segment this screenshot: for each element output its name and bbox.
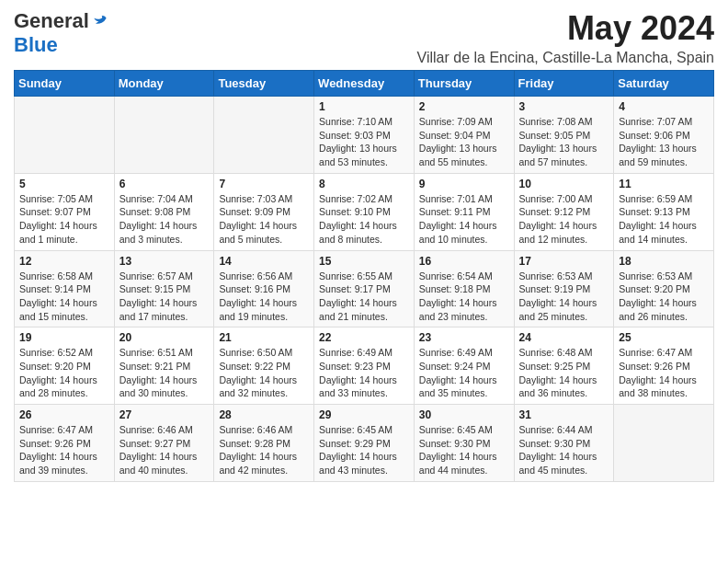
day-cell: [614, 405, 714, 482]
day-number: 10: [519, 178, 609, 190]
day-number: 27: [119, 408, 210, 421]
day-info: Sunrise: 7:10 AM Sunset: 9:03 PM Dayligh…: [319, 115, 409, 169]
day-info: Sunrise: 6:45 AM Sunset: 9:29 PM Dayligh…: [319, 423, 409, 477]
subtitle: Villar de la Encina, Castille-La Mancha,…: [417, 50, 714, 66]
day-number: 25: [619, 331, 709, 344]
day-info: Sunrise: 6:50 AM Sunset: 9:22 PM Dayligh…: [219, 346, 309, 400]
day-cell: 13Sunrise: 6:57 AM Sunset: 9:15 PM Dayli…: [114, 250, 214, 327]
day-info: Sunrise: 6:47 AM Sunset: 9:26 PM Dayligh…: [19, 423, 109, 477]
day-cell: 21Sunrise: 6:50 AM Sunset: 9:22 PM Dayli…: [214, 327, 314, 405]
week-row-1: 1Sunrise: 7:10 AM Sunset: 9:03 PM Daylig…: [15, 97, 714, 174]
day-info: Sunrise: 7:08 AM Sunset: 9:05 PM Dayligh…: [519, 115, 609, 169]
weekday-header-tuesday: Tuesday: [214, 71, 314, 97]
day-number: 4: [619, 100, 709, 113]
weekday-header-saturday: Saturday: [614, 71, 714, 97]
day-cell: 26Sunrise: 6:47 AM Sunset: 9:26 PM Dayli…: [15, 405, 115, 482]
day-info: Sunrise: 6:56 AM Sunset: 9:16 PM Dayligh…: [219, 270, 309, 324]
day-info: Sunrise: 7:09 AM Sunset: 9:04 PM Dayligh…: [419, 115, 509, 169]
day-cell: 15Sunrise: 6:55 AM Sunset: 9:17 PM Dayli…: [314, 250, 415, 327]
day-cell: 12Sunrise: 6:58 AM Sunset: 9:14 PM Dayli…: [15, 250, 115, 327]
day-number: 11: [619, 178, 709, 190]
day-number: 19: [19, 331, 109, 344]
day-cell: 20Sunrise: 6:51 AM Sunset: 9:21 PM Dayli…: [114, 327, 214, 405]
day-number: 12: [19, 255, 109, 268]
weekday-header-row: SundayMondayTuesdayWednesdayThursdayFrid…: [15, 71, 714, 97]
day-cell: 2Sunrise: 7:09 AM Sunset: 9:04 PM Daylig…: [414, 97, 514, 174]
day-cell: 8Sunrise: 7:02 AM Sunset: 9:10 PM Daylig…: [314, 173, 415, 250]
day-number: 9: [419, 178, 509, 190]
day-cell: 27Sunrise: 6:46 AM Sunset: 9:27 PM Dayli…: [114, 405, 214, 482]
weekday-header-monday: Monday: [114, 71, 214, 97]
day-number: 23: [419, 331, 509, 344]
day-number: 16: [419, 255, 509, 268]
day-cell: [214, 97, 314, 174]
logo-general-text: General: [14, 9, 89, 33]
day-number: 18: [619, 255, 709, 268]
day-info: Sunrise: 6:48 AM Sunset: 9:25 PM Dayligh…: [519, 346, 609, 400]
day-info: Sunrise: 7:01 AM Sunset: 9:11 PM Dayligh…: [419, 192, 509, 247]
weekday-header-wednesday: Wednesday: [314, 71, 415, 97]
day-cell: 1Sunrise: 7:10 AM Sunset: 9:03 PM Daylig…: [314, 97, 415, 174]
day-info: Sunrise: 6:57 AM Sunset: 9:15 PM Dayligh…: [119, 270, 210, 324]
day-number: 7: [219, 178, 309, 190]
day-info: Sunrise: 6:58 AM Sunset: 9:14 PM Dayligh…: [19, 270, 109, 324]
weekday-header-friday: Friday: [514, 71, 614, 97]
day-cell: 4Sunrise: 7:07 AM Sunset: 9:06 PM Daylig…: [614, 97, 714, 174]
logo: General Blue: [14, 9, 109, 57]
day-cell: 5Sunrise: 7:05 AM Sunset: 9:07 PM Daylig…: [15, 173, 115, 250]
day-number: 21: [219, 331, 309, 344]
day-info: Sunrise: 6:44 AM Sunset: 9:30 PM Dayligh…: [519, 423, 609, 477]
day-info: Sunrise: 7:05 AM Sunset: 9:07 PM Dayligh…: [19, 192, 109, 247]
day-cell: 16Sunrise: 6:54 AM Sunset: 9:18 PM Dayli…: [414, 250, 514, 327]
day-cell: 31Sunrise: 6:44 AM Sunset: 9:30 PM Dayli…: [514, 405, 614, 482]
day-info: Sunrise: 6:49 AM Sunset: 9:23 PM Dayligh…: [319, 346, 409, 400]
day-number: 5: [19, 178, 109, 190]
weekday-header-thursday: Thursday: [414, 71, 514, 97]
day-cell: 23Sunrise: 6:49 AM Sunset: 9:24 PM Dayli…: [414, 327, 514, 405]
day-number: 22: [319, 331, 409, 344]
day-number: 8: [319, 178, 409, 190]
week-row-3: 12Sunrise: 6:58 AM Sunset: 9:14 PM Dayli…: [15, 250, 714, 327]
day-info: Sunrise: 6:46 AM Sunset: 9:28 PM Dayligh…: [219, 423, 309, 477]
day-info: Sunrise: 6:53 AM Sunset: 9:19 PM Dayligh…: [519, 270, 609, 324]
day-cell: 6Sunrise: 7:04 AM Sunset: 9:08 PM Daylig…: [114, 173, 214, 250]
day-cell: 25Sunrise: 6:47 AM Sunset: 9:26 PM Dayli…: [614, 327, 714, 405]
day-info: Sunrise: 6:51 AM Sunset: 9:21 PM Dayligh…: [119, 346, 210, 400]
title-area: May 2024 Villar de la Encina, Castille-L…: [417, 9, 714, 66]
logo-blue-text: Blue: [14, 33, 58, 57]
day-number: 20: [119, 331, 210, 344]
day-number: 17: [519, 255, 609, 268]
day-cell: 18Sunrise: 6:53 AM Sunset: 9:20 PM Dayli…: [614, 250, 714, 327]
day-number: 30: [419, 408, 509, 421]
day-cell: 9Sunrise: 7:01 AM Sunset: 9:11 PM Daylig…: [414, 173, 514, 250]
day-cell: 30Sunrise: 6:45 AM Sunset: 9:30 PM Dayli…: [414, 405, 514, 482]
week-row-5: 26Sunrise: 6:47 AM Sunset: 9:26 PM Dayli…: [15, 405, 714, 482]
day-number: 28: [219, 408, 309, 421]
day-number: 3: [519, 100, 609, 113]
day-info: Sunrise: 7:00 AM Sunset: 9:12 PM Dayligh…: [519, 192, 609, 247]
day-cell: 10Sunrise: 7:00 AM Sunset: 9:12 PM Dayli…: [514, 173, 614, 250]
day-number: 1: [319, 100, 409, 113]
day-number: 24: [519, 331, 609, 344]
day-cell: 17Sunrise: 6:53 AM Sunset: 9:19 PM Dayli…: [514, 250, 614, 327]
week-row-4: 19Sunrise: 6:52 AM Sunset: 9:20 PM Dayli…: [15, 327, 714, 405]
day-number: 26: [19, 408, 109, 421]
day-info: Sunrise: 6:53 AM Sunset: 9:20 PM Dayligh…: [619, 270, 709, 324]
day-info: Sunrise: 6:55 AM Sunset: 9:17 PM Dayligh…: [319, 270, 409, 324]
day-number: 6: [119, 178, 210, 190]
day-number: 31: [519, 408, 609, 421]
day-info: Sunrise: 6:54 AM Sunset: 9:18 PM Dayligh…: [419, 270, 509, 324]
day-info: Sunrise: 6:45 AM Sunset: 9:30 PM Dayligh…: [419, 423, 509, 477]
day-info: Sunrise: 6:59 AM Sunset: 9:13 PM Dayligh…: [619, 192, 709, 247]
day-cell: 22Sunrise: 6:49 AM Sunset: 9:23 PM Dayli…: [314, 327, 415, 405]
calendar-table: SundayMondayTuesdayWednesdayThursdayFrid…: [14, 70, 714, 482]
day-info: Sunrise: 6:47 AM Sunset: 9:26 PM Dayligh…: [619, 346, 709, 400]
weekday-header-sunday: Sunday: [15, 71, 115, 97]
day-number: 13: [119, 255, 210, 268]
day-number: 29: [319, 408, 409, 421]
day-info: Sunrise: 6:52 AM Sunset: 9:20 PM Dayligh…: [19, 346, 109, 400]
day-number: 2: [419, 100, 509, 113]
day-number: 15: [319, 255, 409, 268]
day-cell: 29Sunrise: 6:45 AM Sunset: 9:29 PM Dayli…: [314, 405, 415, 482]
day-info: Sunrise: 7:02 AM Sunset: 9:10 PM Dayligh…: [319, 192, 409, 247]
